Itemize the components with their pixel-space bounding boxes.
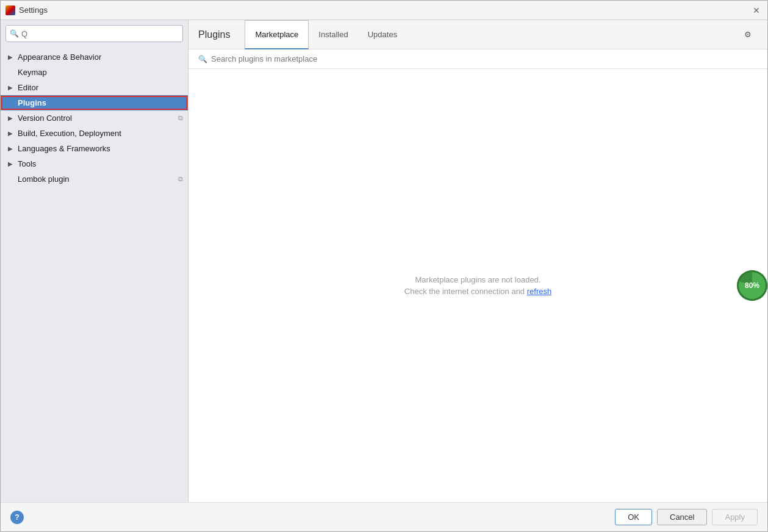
apply-button[interactable]: Apply [712,509,758,525]
sidebar-item-label: Version Control [18,113,72,123]
sidebar-item-plugins-wrapper: ▶ Plugins [1,95,188,110]
plugins-title: Plugins [198,29,230,40]
not-loaded-line1: Marketplace plugins are not loaded. [404,275,551,284]
right-panel: Plugins Marketplace Installed Updates ⚙ … [188,20,767,502]
gear-icon: ⚙ [744,30,752,39]
copy-icon: ⧉ [178,114,183,122]
chevron-icon: ▶ [8,160,15,167]
settings-window: Settings ✕ 🔍 ▶ Appearance & Behavior ▶ K… [0,0,768,532]
chevron-icon: ▶ [8,130,15,137]
content-search-bar[interactable]: 🔍 [188,49,767,69]
refresh-link[interactable]: refresh [527,287,551,296]
chevron-icon: ▶ [8,84,15,91]
chevron-icon: ▶ [8,145,15,152]
sidebar-item-label: Plugins [18,98,46,107]
plugins-header: Plugins Marketplace Installed Updates ⚙ [188,20,767,49]
bottom-right-actions: OK Cancel Apply [615,509,758,525]
nav-list: ▶ Appearance & Behavior ▶ Keymap ▶ Edito… [1,47,188,502]
cancel-button[interactable]: Cancel [657,509,707,525]
ok-button[interactable]: OK [615,509,652,525]
gear-button[interactable]: ⚙ [738,25,758,45]
plugin-content-area: Marketplace plugins are not loaded. Chec… [188,69,767,502]
sidebar-item-keymap[interactable]: ▶ Keymap [1,65,188,80]
sidebar-search-input[interactable] [21,29,179,38]
not-loaded-line2-text: Check the internet connection and [404,287,527,296]
sidebar-item-plugins[interactable]: ▶ Plugins [1,95,188,110]
progress-circle-bg: 80% [737,270,767,301]
sidebar-item-label: Lombok plugin [18,174,70,184]
not-loaded-message: Marketplace plugins are not loaded. Chec… [404,275,551,296]
sidebar-item-label: Build, Execution, Deployment [18,129,121,138]
search-icon: 🔍 [10,29,19,38]
sidebar-item-label: Languages & Frameworks [18,144,110,153]
progress-indicator: 80% [737,270,767,301]
tab-installed[interactable]: Installed [309,20,357,49]
sidebar-item-editor[interactable]: ▶ Editor [1,80,188,95]
chevron-icon: ▶ [8,115,15,121]
main-content: 🔍 ▶ Appearance & Behavior ▶ Keymap ▶ Edi… [1,20,767,502]
progress-percent: 80% [745,281,759,290]
sidebar-item-build[interactable]: ▶ Build, Execution, Deployment [1,126,188,141]
sidebar: 🔍 ▶ Appearance & Behavior ▶ Keymap ▶ Edi… [1,20,188,502]
bottom-bar: ? OK Cancel Apply [1,502,767,531]
help-button[interactable]: ? [10,511,24,524]
chevron-icon: ▶ [8,54,15,60]
close-button[interactable]: ✕ [750,4,763,16]
search-icon: 🔍 [198,55,207,63]
sidebar-item-appearance[interactable]: ▶ Appearance & Behavior [1,49,188,65]
sidebar-item-label: Appearance & Behavior [18,52,101,62]
sidebar-item-label: Tools [18,159,36,168]
sidebar-item-languages[interactable]: ▶ Languages & Frameworks [1,141,188,156]
tab-marketplace[interactable]: Marketplace [245,20,309,49]
title-bar-left: Settings [5,5,48,15]
sidebar-item-lombok[interactable]: ▶ Lombok plugin ⧉ [1,171,188,187]
not-loaded-line2: Check the internet connection and refres… [404,287,551,296]
copy-icon: ⧉ [178,175,183,183]
sidebar-item-label: Keymap [18,68,47,77]
tab-updates[interactable]: Updates [358,20,407,49]
sidebar-item-version-control[interactable]: ▶ Version Control ⧉ [1,110,188,126]
app-icon [5,5,15,15]
sidebar-item-tools[interactable]: ▶ Tools [1,156,188,171]
sidebar-search-box[interactable]: 🔍 [5,25,183,42]
window-title: Settings [19,5,48,15]
title-bar: Settings ✕ [1,1,767,20]
marketplace-search-input[interactable] [211,54,758,63]
sidebar-item-label: Editor [18,83,38,92]
